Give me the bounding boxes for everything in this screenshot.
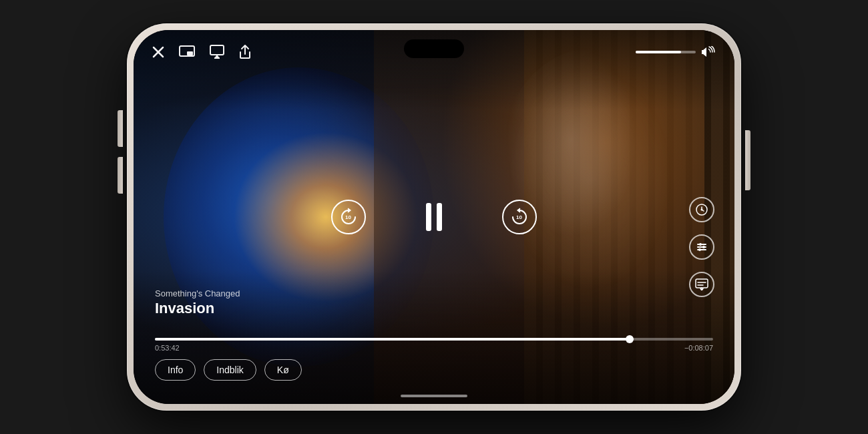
svg-rect-3: [187, 51, 193, 55]
rewind-circle: 10: [331, 200, 366, 234]
progress-scrubber[interactable]: [626, 335, 634, 343]
elapsed-time: 0:53:42: [155, 344, 180, 352]
show-title-area: Something's Changed Invasion: [155, 288, 240, 317]
rewind-button[interactable]: 10: [331, 200, 366, 234]
time-labels: 0:53:42 −0:08:07: [155, 344, 713, 352]
svg-point-14: [702, 246, 705, 248]
bottom-tabs: Info Indblik Kø: [155, 359, 302, 381]
show-name: Invasion: [155, 300, 240, 317]
svg-point-13: [699, 243, 702, 246]
right-controls: [689, 197, 714, 297]
tab-ko[interactable]: Kø: [264, 359, 302, 381]
pip-button[interactable]: [179, 45, 195, 59]
forward-circle: 10: [502, 200, 537, 234]
forward-button[interactable]: 10: [502, 200, 537, 234]
home-indicator: [401, 395, 467, 397]
progress-fill: [155, 338, 630, 341]
subtitles-button[interactable]: [689, 272, 714, 297]
phone-frame: 10 10: [127, 23, 741, 411]
svg-text:10: 10: [516, 214, 522, 220]
phone-screen: 10 10: [134, 30, 734, 404]
volume-down-button[interactable]: [118, 157, 123, 194]
svg-rect-16: [696, 279, 708, 288]
volume-icon: [701, 46, 716, 58]
airplay-button[interactable]: [210, 45, 224, 59]
progress-bar[interactable]: [155, 338, 713, 341]
tab-info[interactable]: Info: [155, 359, 196, 381]
volume-control[interactable]: [636, 46, 716, 58]
pause-bar-right: [437, 203, 442, 231]
volume-bar: [636, 51, 696, 53]
svg-text:10: 10: [345, 214, 351, 220]
svg-point-9: [701, 209, 703, 211]
progress-container[interactable]: [155, 338, 713, 341]
volume-fill: [636, 51, 681, 53]
center-controls: 10 10: [331, 200, 537, 234]
svg-rect-4: [210, 45, 224, 55]
share-button[interactable]: [239, 45, 251, 59]
pause-button[interactable]: [419, 200, 449, 234]
power-button[interactable]: [745, 130, 750, 190]
audio-button[interactable]: [689, 234, 714, 260]
dynamic-island: [404, 39, 464, 58]
volume-up-button[interactable]: [118, 110, 123, 147]
remaining-time: −0:08:07: [684, 344, 713, 352]
top-right-controls: [636, 46, 716, 58]
tab-indblik[interactable]: Indblik: [204, 359, 256, 381]
svg-point-15: [698, 248, 701, 251]
video-controls: 10 10: [134, 30, 734, 404]
speed-button[interactable]: [689, 197, 714, 222]
close-button[interactable]: [152, 46, 164, 58]
show-subtitle: Something's Changed: [155, 288, 240, 298]
pause-bar-left: [426, 203, 431, 231]
top-left-controls: [152, 45, 251, 59]
